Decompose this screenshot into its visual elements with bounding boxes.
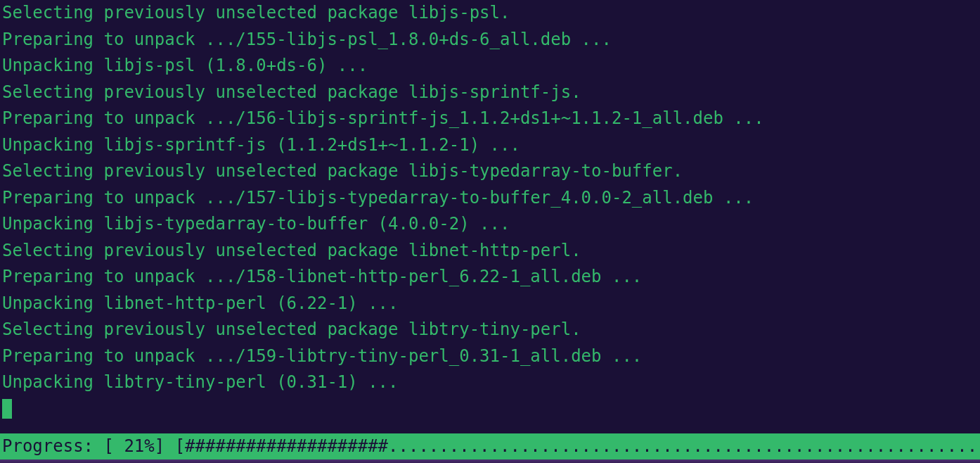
terminal-line: Selecting previously unselected package … [0,238,980,265]
terminal-line: Unpacking libtry-tiny-perl (0.31-1) ... [0,369,980,396]
terminal-line: Preparing to unpack .../155-libjs-psl_1.… [0,27,980,53]
terminal-line: Preparing to unpack .../156-libjs-sprint… [0,106,980,132]
terminal-line: Selecting previously unselected package … [0,80,980,106]
apt-progress-bar: Progress: [ 21%] [####################..… [0,433,980,459]
terminal-line: Selecting previously unselected package … [0,317,980,343]
window-border-bottom [0,459,980,463]
terminal-line: Selecting previously unselected package … [0,158,980,185]
terminal-line: Unpacking libnet-http-perl (6.22-1) ... [0,291,980,317]
terminal-line: Unpacking libjs-psl (1.8.0+ds-6) ... [0,53,980,80]
terminal-line: Selecting previously unselected package … [0,0,980,27]
terminal-line: Unpacking libjs-typedarray-to-buffer (4.… [0,211,980,238]
terminal-line: Preparing to unpack .../159-libtry-tiny-… [0,343,980,370]
terminal-output: Selecting previously unselected package … [0,0,980,396]
terminal-line: Preparing to unpack .../158-libnet-http-… [0,264,980,291]
terminal-window[interactable]: Selecting previously unselected package … [0,0,980,463]
terminal-line: Unpacking libjs-sprintf-js (1.1.2+ds1+~1… [0,132,980,159]
terminal-cursor [2,399,12,419]
terminal-line: Preparing to unpack .../157-libjs-typeda… [0,185,980,212]
